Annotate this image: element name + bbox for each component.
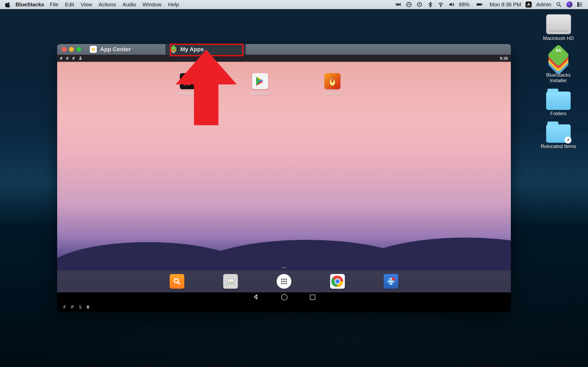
svg-rect-12: [93, 48, 94, 49]
desktop-icon-macintosh-hd[interactable]: Macintosh HD: [535, 14, 582, 41]
svg-point-3: [440, 6, 441, 7]
android-clock: 9:36: [500, 56, 508, 61]
home-screen-apps: Among Us Play Store Free Fire: [57, 73, 511, 96]
bluestacks-logo-icon: 64: [547, 49, 570, 69]
app-play-store[interactable]: Play Store: [248, 73, 272, 96]
dock-chrome-app[interactable]: [330, 274, 345, 289]
menu-actions[interactable]: Actions: [99, 1, 116, 8]
bluetooth-icon[interactable]: [427, 1, 433, 8]
airdrop-icon[interactable]: [395, 1, 401, 8]
nav-home-button[interactable]: [281, 294, 287, 300]
siri-icon[interactable]: [566, 1, 572, 8]
menubar-clock[interactable]: Mon 9:36 PM: [490, 1, 521, 8]
window-minimize-button[interactable]: [69, 47, 74, 52]
folder-icon: [546, 124, 571, 143]
apple-menu-icon[interactable]: [5, 1, 11, 8]
svg-point-22: [283, 281, 285, 282]
menu-edit[interactable]: Edit: [65, 1, 74, 8]
menu-view[interactable]: View: [81, 1, 92, 8]
android-nav-bar: [57, 292, 511, 302]
svg-rect-6: [482, 4, 483, 5]
desktop-icon-label: Folders: [550, 111, 567, 117]
dock-handle-icon[interactable]: ︿: [281, 263, 287, 270]
svg-point-24: [281, 283, 283, 284]
svg-point-7: [557, 2, 560, 6]
window-close-button[interactable]: [62, 47, 67, 52]
svg-point-19: [283, 278, 285, 280]
dock-gallery-app[interactable]: [223, 274, 238, 289]
tab-label: App Center: [100, 46, 131, 53]
android-dock: [57, 270, 511, 292]
svg-point-0: [398, 4, 399, 5]
status-hash-icon: #: [66, 56, 69, 61]
dock-browser-app[interactable]: [384, 274, 398, 289]
battery-percentage[interactable]: 88%: [459, 1, 470, 8]
svg-point-25: [283, 283, 285, 284]
fps-value: 0: [86, 305, 90, 310]
menubar-app-name[interactable]: BlueStacks: [16, 1, 44, 8]
creative-cloud-icon[interactable]: [406, 1, 412, 8]
svg-point-18: [281, 278, 283, 280]
volume-icon[interactable]: [448, 1, 454, 8]
nav-recents-button[interactable]: [310, 295, 315, 300]
menu-window[interactable]: Window: [143, 1, 162, 8]
time-machine-icon[interactable]: [416, 1, 423, 8]
window-titlebar[interactable]: App Center My Apps: [57, 44, 511, 55]
desktop-icon-label: Relocated Items: [541, 143, 576, 149]
shortcut-arrow-icon: [564, 137, 571, 143]
desktop-icon-label: Macintosh HD: [543, 35, 574, 41]
bluestacks-window: App Center My Apps # # # 9:36: [57, 44, 511, 312]
disk-icon: [546, 14, 571, 34]
desktop-icon-folders[interactable]: Folders: [535, 89, 582, 117]
app-free-fire[interactable]: Free Fire: [320, 73, 345, 96]
svg-marker-33: [176, 50, 237, 125]
nav-back-button[interactable]: [253, 294, 259, 301]
window-traffic-lights: [57, 44, 85, 55]
svg-point-32: [392, 277, 395, 281]
macos-menubar: BlueStacks File Edit View Actions Audio …: [0, 0, 588, 9]
status-hash-icon: #: [72, 56, 75, 61]
svg-point-13: [80, 57, 81, 58]
svg-point-10: [578, 6, 579, 7]
control-center-icon[interactable]: [577, 1, 583, 8]
menubar-user[interactable]: Admin: [536, 1, 551, 8]
wifi-icon[interactable]: [438, 1, 444, 8]
status-user-icon: [78, 56, 82, 61]
svg-point-26: [285, 283, 287, 284]
tab-app-center[interactable]: App Center: [85, 44, 165, 55]
svg-point-21: [281, 281, 283, 282]
svg-point-20: [285, 278, 287, 280]
battery-icon[interactable]: [474, 1, 485, 8]
fps-label: F P S: [63, 305, 83, 310]
svg-rect-5: [477, 4, 481, 5]
installer-badge: 64: [556, 48, 561, 53]
svg-point-8: [578, 2, 579, 3]
folder-icon: [546, 92, 571, 110]
app-center-icon: [90, 46, 97, 53]
android-status-bar[interactable]: # # # 9:36: [57, 55, 511, 62]
svg-point-15: [174, 279, 178, 283]
annotation-arrow-icon: [172, 50, 241, 127]
admin-badge-icon[interactable]: A: [526, 1, 532, 8]
window-zoom-button[interactable]: [76, 47, 81, 52]
svg-point-1: [406, 2, 411, 7]
play-store-icon: [252, 73, 268, 89]
spotlight-icon[interactable]: [556, 1, 562, 8]
app-label: Play Store: [251, 91, 269, 96]
android-emulator-area[interactable]: # # # 9:36 Among Us: [57, 55, 511, 302]
svg-point-23: [285, 281, 287, 282]
fps-bar: F P S 0: [57, 302, 511, 312]
desktop-icon-relocated-items[interactable]: Relocated Items: [535, 122, 582, 149]
menu-file[interactable]: File: [50, 1, 58, 8]
app-label: Free Fire: [324, 91, 341, 96]
free-fire-icon: [324, 73, 340, 89]
desktop-icon-bluestacks-installer[interactable]: 64 BlueStacks Installer: [535, 47, 582, 83]
desktop-icons: Macintosh HD 64 BlueStacks Installer Fol…: [535, 14, 582, 149]
menu-audio[interactable]: Audio: [122, 1, 136, 8]
svg-point-9: [578, 4, 579, 5]
menu-help[interactable]: Help: [168, 1, 179, 8]
svg-point-17: [229, 280, 230, 282]
dock-search-app[interactable]: [170, 274, 184, 289]
status-hash-icon: #: [60, 56, 62, 61]
dock-app-drawer[interactable]: [277, 274, 291, 289]
